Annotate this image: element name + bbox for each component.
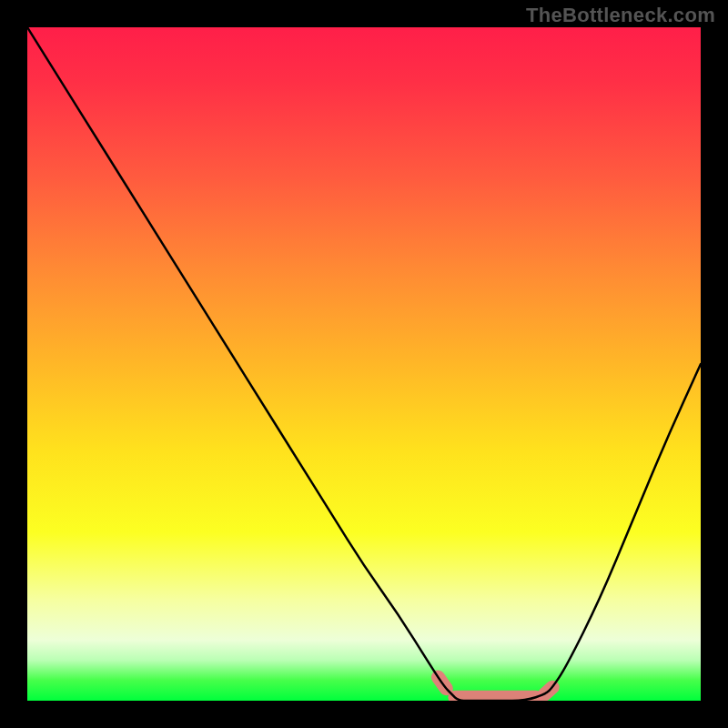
chart-frame: TheBottleneck.com: [0, 0, 728, 728]
bottleneck-curve-line: [27, 27, 701, 701]
curve-svg: [27, 27, 701, 701]
watermark-text: TheBottleneck.com: [526, 4, 715, 27]
plot-area: [27, 27, 701, 701]
